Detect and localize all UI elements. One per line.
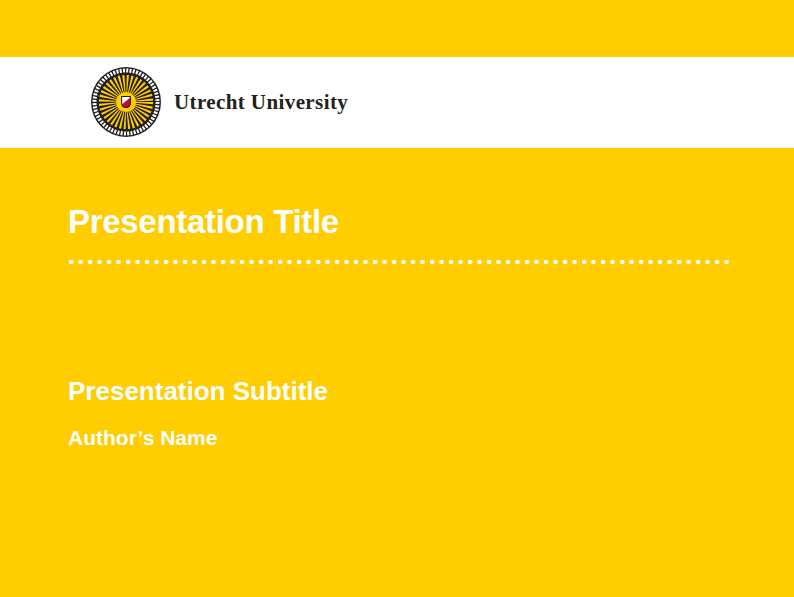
utrecht-university-logo: Utrecht University	[91, 67, 348, 137]
dotted-divider	[68, 259, 729, 265]
header-band: Utrecht University	[0, 57, 794, 148]
presentation-title: Presentation Title	[68, 203, 339, 241]
presentation-subtitle: Presentation Subtitle	[68, 377, 328, 407]
utrecht-university-seal-icon	[91, 67, 161, 137]
title-slide: Utrecht University Presentation Title Pr…	[0, 0, 794, 597]
university-name: Utrecht University	[174, 90, 348, 115]
author-name: Author’s Name	[68, 426, 217, 450]
